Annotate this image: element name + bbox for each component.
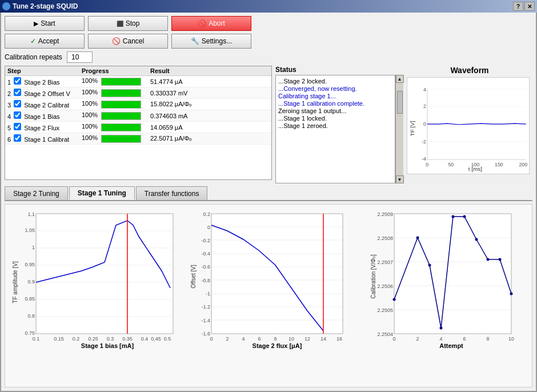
svg-text:1: 1 <box>32 245 35 250</box>
table-row: 6 Stage 1 Calibrat 100% 22.5071 μA/Φ₀ <box>5 133 271 145</box>
step-num-name: 5 Stage 2 Flux <box>5 122 79 133</box>
table-container: Step Progress Result 1 Stage 2 Bias 100%… <box>5 66 272 180</box>
cancel-icon: 🚫 <box>112 37 121 45</box>
step-name: Stage 2 Bias <box>24 79 59 86</box>
svg-point-102 <box>392 298 395 301</box>
svg-text:-0.2: -0.2 <box>201 238 210 243</box>
abort-icon: 🚫 <box>198 19 206 27</box>
step-checkbox[interactable] <box>14 100 21 107</box>
table-section: Step Progress Result 1 Stage 2 Bias 100%… <box>5 66 272 183</box>
step-num-name: 4 Stage 1 Bias <box>5 110 79 122</box>
svg-text:0.15: 0.15 <box>54 336 64 342</box>
waveform-chart: TF [V] t [ms] 4 <box>407 77 530 174</box>
step-name: Stage 1 Calibrat <box>24 136 69 143</box>
status-section: Status ...Stage 2 locked....Converged, n… <box>275 66 532 183</box>
svg-text:2.2509: 2.2509 <box>377 211 393 217</box>
step-name: Stage 1 Bias <box>24 113 59 120</box>
stop-icon: ⬛ <box>117 21 123 27</box>
close-button[interactable]: ✕ <box>524 2 535 11</box>
svg-text:0.5: 0.5 <box>164 336 171 342</box>
svg-text:0.45: 0.45 <box>151 336 161 342</box>
waveform-title: Waveform <box>407 66 532 75</box>
svg-text:200: 200 <box>519 162 527 167</box>
status-line: Zeroing stage 1 output... <box>278 107 392 114</box>
step-checkbox[interactable] <box>14 89 21 96</box>
abort-button[interactable]: 🚫 Abort <box>171 16 251 31</box>
step-checkbox[interactable] <box>14 134 21 142</box>
svg-point-109 <box>486 258 489 261</box>
step-result: 14.0659 μA <box>148 122 271 133</box>
svg-text:150: 150 <box>495 162 503 167</box>
chart2-wrapper: Offset [V] Stage 2 flux [μA] 0.2 0 <box>182 208 356 383</box>
step-progress: 100% <box>79 99 148 110</box>
svg-text:-0.4: -0.4 <box>201 251 210 257</box>
svg-text:8: 8 <box>486 336 489 342</box>
scroll-down[interactable]: ▼ <box>396 175 404 183</box>
scroll-up[interactable]: ▲ <box>396 75 404 83</box>
svg-text:1.1: 1.1 <box>27 211 35 217</box>
progress-bar <box>101 101 141 109</box>
svg-point-107 <box>463 215 466 218</box>
svg-text:Stage 1 bias [mA]: Stage 1 bias [mA] <box>81 342 134 349</box>
status-line: ...Stage 1 calibration complete. <box>278 100 392 107</box>
svg-text:12: 12 <box>304 336 310 342</box>
accept-icon: ✓ <box>30 37 36 45</box>
calibration-label: Calibration repeats <box>5 53 62 61</box>
chart2: Offset [V] Stage 2 flux [μA] 0.2 0 <box>189 208 348 351</box>
svg-rect-83 <box>394 214 511 334</box>
progress-percent: 100% <box>82 89 98 95</box>
svg-text:0.85: 0.85 <box>25 296 35 302</box>
app-icon <box>2 2 10 10</box>
accept-button[interactable]: ✓ Accept <box>5 34 85 49</box>
svg-text:50: 50 <box>448 162 454 167</box>
svg-text:0.75: 0.75 <box>25 330 35 336</box>
step-checkbox[interactable] <box>14 123 21 130</box>
svg-text:0.9: 0.9 <box>27 279 35 285</box>
settings-button[interactable]: 🔧 Settings... <box>171 34 251 49</box>
svg-text:Calibration [V/Φ₀]: Calibration [V/Φ₀] <box>370 254 376 299</box>
svg-text:TF amplitude [V]: TF amplitude [V] <box>12 261 18 303</box>
calibration-row: Calibration repeats <box>5 51 532 63</box>
svg-text:1.05: 1.05 <box>25 227 35 233</box>
table-row: 4 Stage 1 Bias 100% 0.374603 mA <box>5 110 271 122</box>
svg-text:Offset [V]: Offset [V] <box>190 265 197 289</box>
svg-text:TF [V]: TF [V] <box>409 121 415 136</box>
table-row: 3 Stage 2 Calibrat 100% 15.8022 μA/Φ₀ <box>5 99 271 110</box>
svg-point-104 <box>428 264 431 267</box>
step-result: 0.374603 mA <box>148 110 271 122</box>
svg-text:0.2: 0.2 <box>203 211 210 217</box>
status-line: Calibrating stage 1... <box>278 93 392 99</box>
chart1-wrapper: TF amplitude [V] Stage 1 bias [mA] 0.75 … <box>7 208 182 383</box>
svg-text:-2: -2 <box>422 139 426 145</box>
progress-bar <box>101 78 141 86</box>
tab-stage1-tuning[interactable]: Stage 1 Tuning <box>69 186 135 200</box>
help-button[interactable]: ? <box>513 2 523 11</box>
status-scrollbar[interactable]: ▲ ▼ <box>395 75 403 183</box>
tab-stage2-tuning[interactable]: Stage 2 Tuning <box>5 186 68 200</box>
svg-text:0.35: 0.35 <box>122 336 133 342</box>
col-progress: Progress <box>79 66 148 76</box>
start-button[interactable]: ▶ Start <box>5 16 85 31</box>
table-row: 2 Stage 2 Offset V 100% 0.330337 mV <box>5 87 271 99</box>
svg-point-106 <box>451 215 454 218</box>
toolbar-row-2: ✓ Accept 🚫 Cancel 🔧 Settings... <box>5 34 532 49</box>
step-name: Stage 2 Calibrat <box>24 102 69 109</box>
svg-text:2.2506: 2.2506 <box>377 283 393 289</box>
scroll-thumb[interactable] <box>397 91 403 114</box>
svg-point-110 <box>498 258 501 261</box>
tabs-row: Stage 2 Tuning Stage 1 Tuning Transfer f… <box>5 186 532 201</box>
svg-text:-4: -4 <box>422 156 426 162</box>
step-checkbox[interactable] <box>14 111 21 119</box>
cancel-button[interactable]: 🚫 Cancel <box>88 34 168 49</box>
tab-transfer-functions[interactable]: Transfer functions <box>136 186 208 200</box>
step-progress: 100% <box>79 110 148 122</box>
calibration-repeats-input[interactable] <box>67 51 93 63</box>
svg-text:-1.6: -1.6 <box>201 331 210 337</box>
step-checkbox[interactable] <box>14 77 21 85</box>
step-num-name: 3 Stage 2 Calibrat <box>5 99 79 110</box>
step-num-name: 2 Stage 2 Offset V <box>5 87 79 99</box>
progress-bar <box>101 135 141 143</box>
steps-table: Step Progress Result 1 Stage 2 Bias 100%… <box>5 66 271 145</box>
stop-button[interactable]: ⬛ Stop <box>88 16 168 31</box>
status-line: ...Converged, now resetting. <box>278 85 392 92</box>
